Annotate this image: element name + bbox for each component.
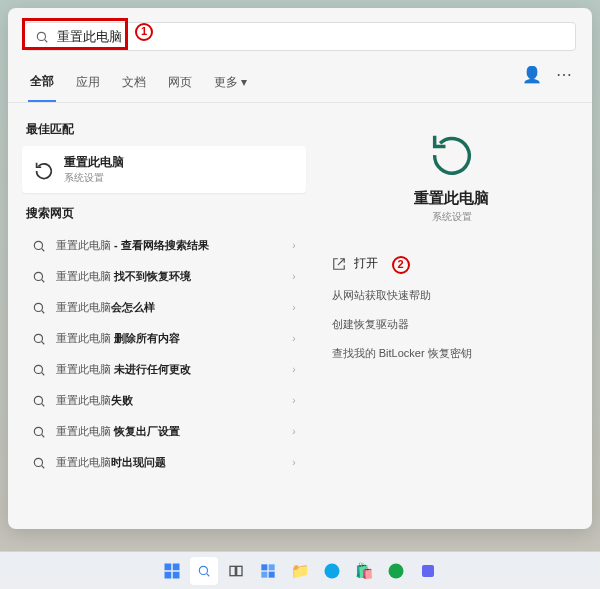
svg-point-4 xyxy=(34,272,42,280)
svg-point-31 xyxy=(389,563,404,578)
svg-line-15 xyxy=(42,434,45,437)
svg-point-2 xyxy=(34,241,42,249)
open-button[interactable]: 打开 2 xyxy=(332,254,572,274)
svg-line-23 xyxy=(207,573,210,576)
svg-point-16 xyxy=(34,458,42,466)
right-link-1[interactable]: 创建恢复驱动器 xyxy=(332,317,572,332)
search-icon xyxy=(197,564,211,578)
svg-point-30 xyxy=(325,563,340,578)
start-button[interactable] xyxy=(158,557,186,585)
widgets-icon xyxy=(260,563,276,579)
annotation-number-1: 1 xyxy=(135,21,153,41)
svg-point-14 xyxy=(34,427,42,435)
chevron-right-icon: › xyxy=(292,271,295,282)
best-match-sub: 系统设置 xyxy=(64,171,124,185)
svg-rect-21 xyxy=(173,571,180,578)
web-item-6[interactable]: 重置此电脑 恢复出厂设置› xyxy=(22,416,306,447)
chevron-right-icon: › xyxy=(292,333,295,344)
svg-point-12 xyxy=(34,396,42,404)
tab-web[interactable]: 网页 xyxy=(166,68,194,101)
taskbar: 📁 🛍️ xyxy=(0,551,600,589)
svg-line-7 xyxy=(42,310,45,313)
hero-sub: 系统设置 xyxy=(432,210,472,224)
store-icon: 🛍️ xyxy=(355,562,374,580)
taskview-icon xyxy=(228,563,244,579)
right-actions: 打开 2 从网站获取快速帮助 创建恢复驱动器 查找我的 BitLocker 恢复… xyxy=(332,254,572,361)
chevron-right-icon: › xyxy=(292,395,295,406)
search-input[interactable] xyxy=(57,29,565,44)
svg-line-5 xyxy=(42,279,45,282)
task-view[interactable] xyxy=(222,557,250,585)
tab-apps[interactable]: 应用 xyxy=(74,68,102,101)
web-item-1[interactable]: 重置此电脑 找不到恢复环境› xyxy=(22,261,306,292)
taskbar-search[interactable] xyxy=(190,557,218,585)
web-item-7[interactable]: 重置此电脑时出现问题› xyxy=(22,447,306,478)
best-match-item[interactable]: 重置此电脑 系统设置 xyxy=(22,146,306,193)
web-item-0[interactable]: 重置此电脑 - 查看网络搜索结果› xyxy=(22,230,306,261)
reset-pc-hero-icon xyxy=(426,127,478,179)
search-icon xyxy=(32,270,46,284)
svg-rect-25 xyxy=(237,566,242,575)
svg-rect-28 xyxy=(261,571,267,577)
best-match-title: 重置此电脑 xyxy=(64,154,124,171)
svg-line-17 xyxy=(42,465,45,468)
chevron-right-icon: › xyxy=(292,240,295,251)
tab-more[interactable]: 更多 ▾ xyxy=(212,68,249,101)
xbox[interactable] xyxy=(382,557,410,585)
svg-point-8 xyxy=(34,334,42,342)
web-item-3[interactable]: 重置此电脑 删除所有内容› xyxy=(22,323,306,354)
widgets[interactable] xyxy=(254,557,282,585)
searchbar[interactable] xyxy=(24,22,576,51)
annotation-number-2: 2 xyxy=(392,254,410,274)
search-icon xyxy=(32,456,46,470)
web-item-text: 重置此电脑 找不到恢复环境 xyxy=(56,269,282,284)
svg-line-13 xyxy=(42,403,45,406)
search-icon xyxy=(32,239,46,253)
tab-all[interactable]: 全部 xyxy=(28,67,56,102)
edge-icon xyxy=(323,562,341,580)
svg-rect-27 xyxy=(269,564,275,570)
reset-pc-icon xyxy=(32,159,54,181)
web-item-text: 重置此电脑 删除所有内容 xyxy=(56,331,282,346)
chevron-right-icon: › xyxy=(292,302,295,313)
web-list: 重置此电脑 - 查看网络搜索结果›重置此电脑 找不到恢复环境›重置此电脑会怎么样… xyxy=(22,230,306,478)
open-label: 打开 xyxy=(354,255,378,272)
svg-line-9 xyxy=(42,341,45,344)
web-item-text: 重置此电脑 未进行任何更改 xyxy=(56,362,282,377)
right-link-0[interactable]: 从网站获取快速帮助 xyxy=(332,288,572,303)
search-icon xyxy=(35,30,49,44)
explorer[interactable]: 📁 xyxy=(286,557,314,585)
svg-line-1 xyxy=(45,39,48,42)
best-match-heading: 最佳匹配 xyxy=(26,121,302,138)
svg-point-0 xyxy=(37,32,45,40)
web-item-5[interactable]: 重置此电脑失败› xyxy=(22,385,306,416)
searchbar-wrap: 1 xyxy=(8,8,592,59)
web-item-text: 重置此电脑失败 xyxy=(56,393,282,408)
todo[interactable] xyxy=(414,557,442,585)
chevron-right-icon: › xyxy=(292,457,295,468)
edge[interactable] xyxy=(318,557,346,585)
more-icon[interactable]: ⋯ xyxy=(556,65,572,84)
store[interactable]: 🛍️ xyxy=(350,557,378,585)
svg-rect-29 xyxy=(269,571,275,577)
search-icon xyxy=(32,425,46,439)
search-icon xyxy=(32,301,46,315)
windows-icon xyxy=(163,562,181,580)
right-link-2[interactable]: 查找我的 BitLocker 恢复密钥 xyxy=(332,346,572,361)
web-item-4[interactable]: 重置此电脑 未进行任何更改› xyxy=(22,354,306,385)
svg-rect-20 xyxy=(165,571,172,578)
search-icon xyxy=(32,363,46,377)
tabs-right: 👤 ⋯ xyxy=(522,65,572,84)
web-item-2[interactable]: 重置此电脑会怎么样› xyxy=(22,292,306,323)
search-icon xyxy=(32,394,46,408)
content: 最佳匹配 重置此电脑 系统设置 搜索网页 重置此电脑 - 查看网络搜索结果›重置… xyxy=(8,103,592,529)
web-item-text: 重置此电脑 - 查看网络搜索结果 xyxy=(56,238,282,253)
chevron-right-icon: › xyxy=(292,364,295,375)
todo-icon xyxy=(420,563,436,579)
search-web-heading: 搜索网页 xyxy=(26,205,302,222)
user-icon[interactable]: 👤 xyxy=(522,65,542,84)
svg-point-10 xyxy=(34,365,42,373)
xbox-icon xyxy=(387,562,405,580)
svg-point-22 xyxy=(199,566,207,574)
tab-docs[interactable]: 文档 xyxy=(120,68,148,101)
